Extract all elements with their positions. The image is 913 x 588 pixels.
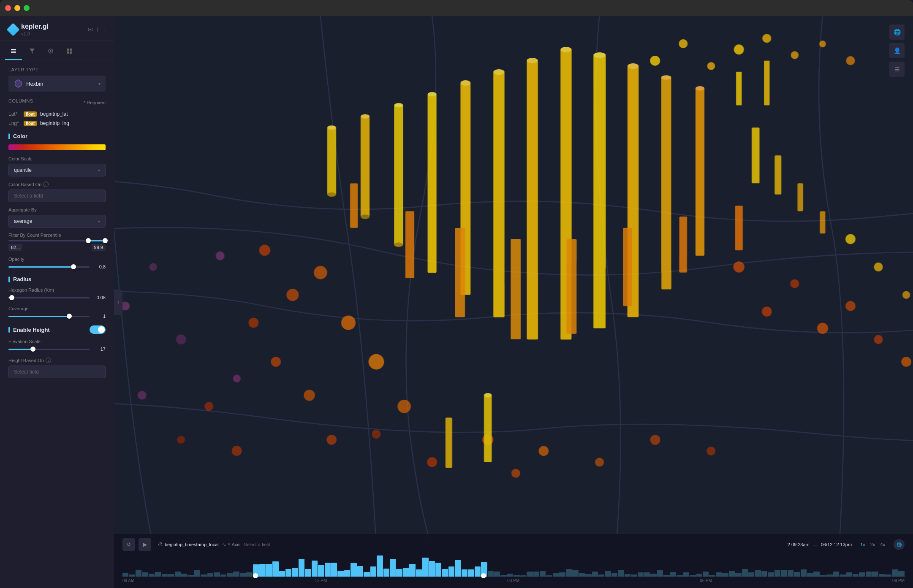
histogram-bar [813, 572, 819, 577]
rewind-button[interactable]: ↺ [122, 538, 135, 551]
histogram-bar [794, 572, 800, 577]
axis-label-9am: 09 AM [122, 578, 134, 583]
histogram-bar [383, 569, 389, 577]
speed-2x-button[interactable]: 2x [869, 541, 877, 548]
share-icon[interactable]: ↑ [103, 26, 106, 33]
aggregate-by-dropdown[interactable]: average ▾ [8, 215, 106, 228]
tab-interactions[interactable] [42, 44, 59, 60]
layer-type-arrow: ▾ [98, 81, 101, 86]
histogram-bar [677, 575, 682, 577]
opacity-slider[interactable]: 0.8 [8, 264, 106, 269]
svg-rect-6 [67, 49, 69, 51]
hex-radius-handle[interactable] [9, 295, 14, 300]
histogram-bar [136, 570, 141, 577]
timezone-button[interactable]: 🌐 [894, 539, 905, 550]
tab-filters[interactable] [24, 44, 41, 60]
timeline-scrubber-start[interactable] [253, 573, 258, 578]
histogram-bar [312, 561, 318, 577]
filter-count-slider[interactable]: 82... 99.9 [8, 240, 106, 251]
histogram-bar [683, 572, 689, 577]
histogram[interactable] [122, 553, 905, 577]
time-start: .2 09:23am [786, 542, 810, 547]
elevation-scale-slider[interactable]: 17 [8, 347, 106, 352]
svg-point-38 [327, 125, 336, 130]
tab-layers[interactable] [5, 44, 22, 60]
hex-radius-slider[interactable]: 0.08 [8, 295, 106, 300]
height-based-on-field[interactable]: Select field [8, 366, 106, 378]
tab-basemap[interactable] [61, 44, 78, 60]
histogram-bar [468, 569, 474, 577]
histogram-bar [553, 573, 559, 577]
color-scale-dropdown[interactable]: quantile ▾ [8, 164, 106, 176]
maximize-button[interactable] [24, 5, 30, 11]
opacity-handle[interactable] [71, 264, 76, 269]
histogram-bar [187, 575, 193, 577]
color-based-on-field[interactable]: Select a field [8, 190, 106, 202]
svg-rect-1 [11, 51, 16, 51]
histogram-bar [631, 574, 637, 577]
svg-point-96 [538, 446, 549, 456]
svg-point-97 [595, 458, 604, 466]
speed-1x-button[interactable]: 1x [859, 541, 867, 548]
histogram-bar [455, 560, 461, 577]
histogram-bar [638, 572, 644, 577]
histogram-bar [142, 572, 148, 577]
histogram-bar [240, 573, 246, 577]
histogram-bar [657, 570, 663, 577]
person-control-button[interactable]: 👤 [889, 43, 905, 58]
svg-point-26 [249, 318, 259, 328]
histogram-bar [846, 572, 852, 577]
filter-min-handle[interactable] [86, 238, 91, 243]
rewind-icon: ↺ [127, 542, 131, 547]
height-based-on-info-icon[interactable]: i [46, 358, 51, 363]
histogram-bar [879, 574, 885, 577]
svg-rect-9 [70, 51, 72, 54]
enable-height-toggle[interactable] [90, 325, 106, 334]
sidebar-collapse-button[interactable]: ‹ [114, 290, 122, 315]
mail-icon[interactable]: ✉ [88, 26, 93, 33]
histogram-bar [774, 570, 780, 577]
coverage-slider[interactable]: 1 [8, 314, 106, 319]
layer-type-selector[interactable]: Hexbin ▾ [8, 76, 106, 92]
histogram-bar [898, 571, 904, 577]
histogram-bar [788, 570, 793, 577]
histogram-bar [194, 570, 200, 577]
svg-point-47 [428, 92, 437, 97]
histogram-bar [149, 574, 155, 577]
map-container[interactable]: ‹ [114, 16, 913, 588]
globe-small-icon: 🌐 [897, 542, 902, 547]
histogram-bar [162, 574, 168, 577]
speed-4x-button[interactable]: 4x [878, 541, 887, 548]
histogram-bar [494, 572, 500, 577]
svg-rect-66 [455, 228, 465, 317]
svg-rect-40 [361, 117, 370, 217]
histogram-bar [331, 563, 337, 577]
svg-point-49 [461, 80, 471, 86]
histogram-bar [272, 561, 278, 577]
info-circle-icon[interactable]: i [97, 26, 98, 33]
globe-control-button[interactable]: 🌐 [889, 24, 905, 40]
svg-rect-71 [735, 206, 742, 250]
close-button[interactable] [5, 5, 11, 11]
play-button[interactable]: ▶ [139, 538, 151, 551]
svg-rect-56 [593, 55, 606, 328]
svg-point-30 [304, 390, 315, 401]
filter-min-value: 82... [8, 244, 22, 251]
svg-marker-10 [15, 80, 22, 87]
y-axis-field-select[interactable]: Select a field [244, 542, 270, 547]
elevation-handle[interactable] [30, 347, 35, 352]
layers-control-button[interactable]: ☰ [889, 62, 905, 77]
minimize-button[interactable] [14, 5, 20, 11]
histogram-bar [559, 572, 565, 577]
histogram-bar [853, 574, 859, 577]
nav-tabs [0, 41, 114, 60]
filter-max-handle[interactable] [103, 238, 108, 243]
histogram-bar [500, 575, 506, 577]
color-based-on-info-icon[interactable]: i [43, 182, 49, 187]
coverage-handle[interactable] [67, 314, 72, 319]
histogram-bar [207, 573, 213, 577]
histogram-bar [866, 572, 872, 577]
color-gradient-picker[interactable] [8, 144, 106, 150]
sidebar-content: Layer Type Hexbin ▾ Columns * Required L… [0, 60, 114, 588]
timeline-scrubber-end[interactable] [481, 573, 486, 578]
